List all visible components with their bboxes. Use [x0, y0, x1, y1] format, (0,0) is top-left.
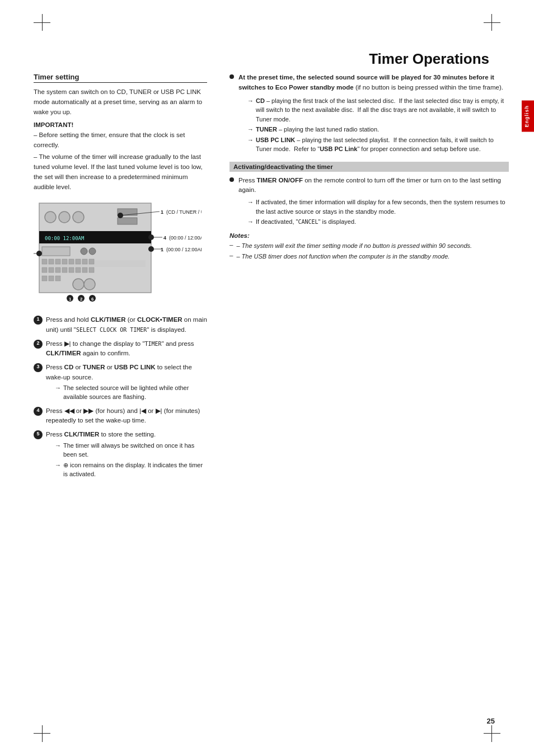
- step-3-arrow: → The selected source will be lighted wh…: [55, 383, 207, 402]
- svg-rect-19: [89, 259, 94, 264]
- svg-rect-18: [82, 259, 87, 264]
- svg-text:(00:00 / 12:00AM): (00:00 / 12:00AM): [169, 235, 202, 241]
- svg-rect-28: [42, 276, 47, 281]
- svg-point-32: [84, 279, 95, 290]
- corner-mark-tr-h: [484, 22, 500, 23]
- important-point-1: – Before setting the timer, ensure that …: [34, 130, 207, 151]
- step-4: 4 Press ◀◀ or ▶▶ (for hours) and |◀ or ▶…: [34, 406, 207, 426]
- device-svg: 00:00 12:00AM: [34, 198, 202, 309]
- activate-heading: Activating/deactivating the timer: [229, 162, 509, 172]
- preset-time-section: At the preset time, the selected sound s…: [229, 73, 509, 154]
- note-2-text: – The USB timer does not function when t…: [236, 252, 449, 261]
- step-num-2: 2: [34, 340, 43, 349]
- svg-text:2: 2: [80, 297, 83, 302]
- svg-point-10: [89, 248, 96, 255]
- left-column: Timer setting The system can switch on t…: [34, 73, 213, 711]
- right-column: At the preset time, the selected sound s…: [224, 73, 509, 711]
- corner-mark-bl-v: [42, 725, 43, 742]
- svg-text:1: 1: [161, 209, 163, 215]
- step-1-text: Press and hold CLK/TIMER (or CLOCK•TIMER…: [46, 315, 207, 335]
- svg-text:(00:00 / 12:00AM): (00:00 / 12:00AM): [166, 247, 202, 252]
- svg-point-31: [73, 279, 84, 290]
- svg-rect-29: [49, 276, 54, 281]
- activate-text: Press TIMER ON/OFF on the remote control…: [238, 176, 509, 227]
- svg-rect-24: [69, 267, 74, 273]
- content-area: Timer setting The system can switch on t…: [34, 73, 509, 711]
- svg-rect-17: [76, 259, 81, 264]
- corner-mark-tl-v: [42, 14, 43, 31]
- svg-rect-5: [118, 218, 137, 224]
- tuner-arrow: → TUNER – playing the last tuned radio s…: [247, 125, 509, 134]
- svg-point-38: [148, 234, 154, 240]
- step-1: 1 Press and hold CLK/TIMER (or CLOCK•TIM…: [34, 315, 207, 335]
- svg-text:1: 1: [161, 247, 163, 252]
- step-5-arrow-2: → ⊕ icon remains on the display. It indi…: [55, 461, 207, 479]
- step-2: 2 Press ▶| to change the display to "TIM…: [34, 339, 207, 359]
- svg-text:4: 4: [163, 235, 166, 241]
- step-5-arrow-1: → The timer will always be switched on o…: [55, 441, 207, 459]
- usb-pclink-arrow: → USB PC LINK – playing the last selecte…: [247, 135, 509, 154]
- svg-text:6: 6: [91, 297, 94, 302]
- svg-rect-14: [55, 259, 60, 264]
- corner-mark-br-v: [491, 725, 492, 742]
- timer-setting-heading: Timer setting: [34, 73, 207, 83]
- svg-rect-23: [62, 267, 67, 273]
- activate-bullet: Press TIMER ON/OFF on the remote control…: [229, 176, 509, 227]
- corner-mark-tr-v: [491, 14, 492, 31]
- svg-rect-26: [82, 267, 87, 273]
- preset-time-text: At the preset time, the selected sound s…: [238, 73, 509, 154]
- svg-point-47: [148, 246, 154, 252]
- cd-arrow: → CD – playing the first track of the la…: [247, 96, 509, 124]
- note-2: – – The USB timer does not function when…: [229, 252, 509, 261]
- step-num-3: 3: [34, 363, 43, 372]
- device-diagram: 00:00 12:00AM: [34, 198, 202, 309]
- notes-section: Notes: – – The system will exit the time…: [229, 232, 509, 261]
- note-1: – – The system will exit the timer setti…: [229, 241, 509, 251]
- step-2-text: Press ▶| to change the display to "TIMER…: [46, 339, 207, 359]
- svg-rect-25: [76, 267, 81, 273]
- note-1-text: – The system will exit the timer setting…: [236, 241, 472, 251]
- svg-text:(CD / TUNER / USB PC LINK): (CD / TUNER / USB PC LINK): [166, 209, 202, 215]
- svg-rect-20: [42, 267, 47, 273]
- svg-text:00:00  12:00AM: 00:00 12:00AM: [45, 236, 85, 241]
- step-num-5: 5: [34, 430, 43, 439]
- notes-label: Notes:: [229, 232, 509, 239]
- svg-point-9: [81, 248, 87, 255]
- svg-rect-15: [62, 259, 67, 264]
- step-3: 3 Press CD or TUNER or USB PC LINK to se…: [34, 363, 207, 402]
- svg-rect-12: [42, 259, 47, 264]
- svg-rect-8: [42, 247, 70, 256]
- activate-arrow-2: → If deactivated, "CANCEL" is displayed.: [247, 217, 509, 227]
- svg-rect-21: [49, 267, 54, 273]
- activate-bullet-dot: [229, 177, 234, 182]
- step-num-4: 4: [34, 407, 43, 416]
- language-tab: English: [522, 101, 534, 132]
- note-dash-2: –: [229, 252, 233, 259]
- note-dash-1: –: [229, 241, 233, 248]
- svg-rect-13: [49, 259, 54, 264]
- important-point-2: – The volume of the timer will increase …: [34, 152, 207, 192]
- preset-time-bullet: At the preset time, the selected sound s…: [229, 73, 509, 154]
- svg-rect-22: [55, 267, 60, 273]
- step-4-text: Press ◀◀ or ▶▶ (for hours) and |◀ or ▶| …: [46, 406, 207, 426]
- svg-rect-16: [69, 259, 74, 264]
- svg-point-34: [118, 213, 123, 218]
- step-5-text: Press CLK/TIMER to store the setting. → …: [46, 430, 207, 478]
- page-title: Timer Operations: [369, 50, 489, 68]
- svg-point-2: [59, 212, 70, 223]
- svg-point-1: [45, 212, 56, 223]
- intro-text: The system can switch on to CD, TUNER or…: [34, 87, 207, 117]
- page-number: 25: [487, 717, 495, 725]
- svg-rect-30: [55, 276, 60, 281]
- important-label: IMPORTANT!: [34, 121, 207, 128]
- step-3-text: Press CD or TUNER or USB PC LINK to sele…: [46, 363, 207, 402]
- bullet-dot: [229, 74, 234, 79]
- step-num-1: 1: [34, 316, 43, 325]
- svg-point-42: [36, 251, 42, 256]
- activate-arrow-1: → If activated, the timer information wi…: [247, 198, 509, 216]
- corner-mark-br-h: [484, 733, 500, 734]
- step-5: 5 Press CLK/TIMER to store the setting. …: [34, 430, 207, 478]
- svg-rect-27: [89, 267, 94, 273]
- svg-text:1: 1: [69, 297, 72, 302]
- svg-point-3: [73, 212, 84, 223]
